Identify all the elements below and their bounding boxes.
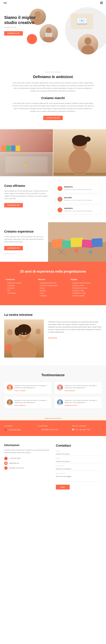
definiamo-title: Definiamo le ambizioni (6, 75, 100, 79)
lavora-cta-button[interactable]: LAVORA CON NOI (43, 116, 63, 120)
testi-text-3: Sample text. Click to select the text bo… (15, 399, 49, 404)
esperienze-left: Creiamo esperienze Ut tellus elementum c… (0, 222, 48, 262)
form-name-input[interactable] (56, 452, 102, 456)
esperienze-title: Creiamo esperienze (4, 230, 44, 234)
anni-col-digitale: Digitale Architettura dell'Informazione … (71, 278, 100, 298)
progetto-desc: Sample text. Click to select the Text El… (64, 188, 92, 191)
gallery-item-tall: Immagine da fronte (53, 129, 106, 176)
esperienze-text: Ut tellus elementum cras cit amet consec… (4, 236, 44, 243)
svg-point-14 (72, 135, 87, 146)
testi-text-1: Sample text. Click to select the text bo… (15, 384, 49, 389)
anni-col-2-list: Progettazione dell'identità Elementi di … (38, 282, 68, 296)
form-message-input[interactable] (56, 475, 102, 482)
list-item: Colore (38, 292, 68, 294)
svg-point-36 (7, 329, 13, 335)
definiamo-text: Lorem ipsum dolor sit amet, consectetur … (12, 82, 94, 92)
posizione-label: POSIZIONE (38, 425, 68, 427)
list-item: Visualizzazione dei dati (71, 287, 100, 289)
form-phone-input[interactable] (56, 467, 102, 471)
chiamaci-col: CHIAMACI 📞 +1 (234) 567-8901 (4, 425, 34, 431)
avatar-1 (7, 384, 13, 390)
progetto-icon: 🎯 (58, 186, 62, 191)
list-item: Sviluppo dei contenuti (6, 282, 35, 284)
sample-text-note: Sample text Click to select the (0, 416, 106, 420)
svg-point-34 (22, 333, 23, 334)
menu-grid-icon[interactable] (100, 2, 102, 4)
offriamo-cta-button[interactable]: SAPERNE DI PIÙ (4, 203, 23, 208)
list-item: Elementi di programmazione (38, 285, 68, 286)
hero-content: Siamo il miglior studio creativo Immagin… (0, 6, 47, 64)
svg-point-39 (9, 386, 11, 388)
offriamo-title: Cosa offriamo (4, 184, 51, 188)
esperienze-cta-button[interactable]: SAPERNE DI PIÙ (4, 246, 23, 250)
supporto-title: SUPPORTO (64, 208, 92, 209)
svg-point-45 (59, 400, 61, 403)
svg-point-26 (89, 250, 92, 254)
gallery-item-1: 🎨 (0, 129, 53, 152)
form-submit-button[interactable]: Invia (56, 485, 70, 490)
anni-col-contenuto: Contenuto Sviluppo dei contenuti Copywri… (6, 278, 35, 298)
hero-cta-button[interactable]: SAPERNE DI PIÙ (4, 31, 23, 36)
testi-name-3: PAULA MORGAN (15, 405, 49, 406)
phone-icon: 📞 (4, 428, 7, 431)
list-item: Sample (38, 287, 68, 289)
list-item: Esperienza digitale (71, 295, 100, 296)
list-item: Animazioni (6, 287, 35, 289)
definiamo-section: COSA FACCIAMO Definiamo le ambizioni Lor… (0, 64, 106, 129)
gallery-item-2: 📐 (0, 153, 53, 176)
list-item: Campagne (38, 295, 68, 296)
header: logo (0, 0, 106, 6)
testi-card-1: Sample text. Click to select the text bo… (4, 382, 52, 394)
testi-text-2: Sample text. Click to select the text bo… (65, 384, 99, 389)
creiamo-marchi-title: Creiamo marchi (6, 96, 100, 100)
service-card-supporto: 🔧 SUPPORTO Sample text. Click to select … (55, 206, 102, 214)
supporto-desc: Sample text. Click to select the Text El… (64, 210, 92, 212)
anni-section: 25 anni di esperienza nella progettazion… (0, 262, 106, 305)
svg-point-42 (58, 388, 62, 390)
testi-title: Testimonianze (4, 373, 102, 377)
missione-link[interactable]: saperne di più (48, 337, 57, 338)
testi-card-4: Sample text. Click to select the text bo… (54, 397, 102, 409)
missione-image (4, 320, 44, 358)
svg-text:💻: 💻 (81, 20, 83, 21)
sviluppo-desc: Sample text. Click to select the Text El… (64, 199, 92, 201)
offriamo-text: Siamo template per il tuo sito web perso… (4, 190, 51, 200)
progetto-title: PROGETTO (64, 186, 92, 188)
main-nav (99, 2, 102, 4)
service-card-progetto: 🎯 PROGETTO Sample text. Click to select … (55, 184, 102, 193)
list-item: Copywriting (6, 285, 35, 286)
form-email-label: EMAIL (56, 458, 102, 459)
form-email-group: EMAIL (56, 458, 102, 463)
info-phone-text: +1 (234) 567-8901 (9, 458, 21, 459)
clock-icon: 🕐 (72, 428, 74, 430)
gallery-left: 🎨 📐 (0, 129, 53, 176)
svg-point-6 (46, 27, 52, 34)
sviluppo-title: SVILUPPO (64, 197, 92, 198)
missione-title: La nostra missione (4, 313, 44, 317)
anni-col-marchio: Marchio Progettazione dell'identità Elem… (38, 278, 68, 298)
testi-name-2: AINE JOHNSON (65, 390, 99, 392)
orario-label: ORA DI LAVORO (72, 425, 102, 427)
svg-rect-20 (70, 238, 83, 247)
contattaci-left-text: Prendete il tempo necessario per svilupp… (4, 449, 50, 454)
hero-section: 💻 Siamo il miglior studio creativo Immag… (0, 6, 106, 64)
logo[interactable]: logo (4, 2, 7, 4)
form-email-input[interactable] (56, 460, 102, 463)
sample-text-label: Sample text Click to select the (45, 418, 62, 419)
svg-point-31 (15, 327, 20, 336)
avatar-4 (57, 399, 63, 405)
hero-person-circle-3 (78, 34, 98, 54)
gallery-caption: Immagine da fronte (53, 173, 106, 175)
list-item: Progettazione dell'identità (38, 282, 68, 284)
svg-point-40 (8, 388, 12, 390)
svg-point-44 (8, 403, 12, 405)
location-text: 1234 Main St, New York (41, 429, 58, 430)
anni-col-1-title: Contenuto (6, 278, 35, 280)
testi-name-1: STELLA LARWIN (15, 390, 49, 392)
anni-col-3-list: Architettura dell'Informazione Esperienz… (71, 282, 100, 296)
avatar-2 (57, 384, 63, 390)
form-phone-label: TELEFONO (56, 465, 102, 467)
service-card-sviluppo: ⚙️ SVILUPPO Sample text. Click to select… (55, 195, 102, 204)
orange-info-section: CHIAMACI 📞 +1 (234) 567-8901 POSIZIONE 📍… (0, 420, 106, 436)
contattaci-title: Contattaci (56, 444, 102, 448)
